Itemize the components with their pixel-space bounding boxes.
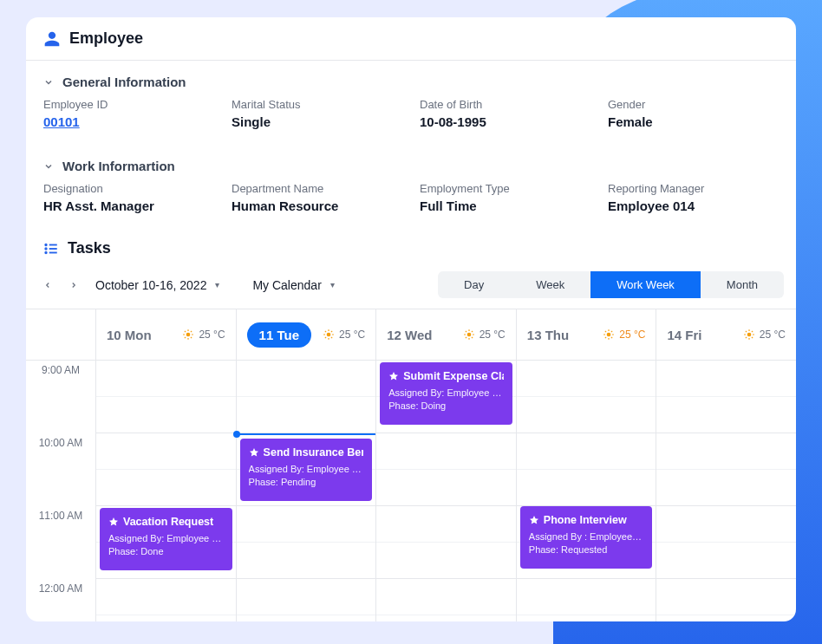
event-title-text: Vacation Request	[123, 515, 213, 530]
time-slot[interactable]	[96, 433, 236, 470]
time-slot[interactable]	[517, 397, 656, 433]
employee-card: Employee General Information Employee ID…	[26, 17, 796, 621]
time-slot[interactable]	[376, 615, 516, 621]
view-tab-month[interactable]: Month	[701, 271, 784, 298]
time-slot[interactable]	[376, 506, 516, 543]
time-column: 9:00 AM10:00 AM11:00 AM12:00 AM	[26, 360, 95, 621]
time-slot[interactable]	[517, 433, 656, 470]
time-slot[interactable]	[96, 615, 236, 621]
day-header-2[interactable]: 12 Wed25 °C	[375, 309, 516, 360]
calendar-toolbar: October 10-16, 2022 ▾ My Calendar ▾ DayW…	[26, 264, 796, 309]
time-slot[interactable]	[376, 470, 516, 506]
chevron-down-icon	[43, 161, 54, 172]
sun-icon	[463, 329, 475, 341]
field-value[interactable]: 00101	[43, 114, 214, 129]
time-slot[interactable]	[237, 506, 376, 543]
time-slot[interactable]	[237, 615, 376, 621]
field-g0: Employee ID00101	[43, 98, 214, 129]
view-tab-day[interactable]: Day	[438, 271, 510, 298]
field-value: Female	[608, 114, 779, 129]
time-slot[interactable]	[96, 579, 236, 615]
field-label: Gender	[608, 98, 779, 111]
time-slot[interactable]	[376, 433, 516, 470]
svg-marker-51	[109, 517, 118, 526]
svg-line-32	[472, 331, 473, 332]
field-label: Marital Status	[232, 98, 402, 111]
tasks-title: Tasks	[68, 239, 111, 257]
svg-marker-54	[530, 516, 538, 524]
event-2[interactable]: Submit Expense ClaimAssigned By: Employe…	[380, 362, 512, 425]
time-slot[interactable]	[656, 397, 796, 433]
calendar-corner	[26, 309, 95, 360]
event-1[interactable]: Send Insurance BenefitsAssigned By: Empl…	[240, 439, 373, 501]
time-slot[interactable]	[517, 579, 656, 615]
day-header-3[interactable]: 13 Thu25 °C	[516, 309, 656, 360]
card-header: Employee	[26, 17, 796, 60]
time-slot[interactable]	[237, 543, 376, 579]
day-temp: 25 °C	[182, 329, 225, 341]
event-assigned: Assigned By: Employee 051	[108, 532, 224, 545]
event-title-text: Submit Expense Claim	[403, 369, 504, 384]
day-header-0[interactable]: 10 Mon25 °C	[95, 309, 236, 360]
day-temp: 25 °C	[323, 329, 365, 341]
star-icon	[388, 371, 399, 381]
event-assigned: Assigned By: Employee 014	[388, 387, 504, 400]
time-slot[interactable]	[656, 361, 796, 397]
event-0[interactable]: Vacation RequestAssigned By: Employee 05…	[100, 508, 232, 570]
time-slot[interactable]	[517, 361, 656, 397]
time-slot[interactable]	[656, 506, 796, 543]
section-general-header[interactable]: General Information	[26, 61, 796, 98]
event-phase: Phase: Doing	[388, 400, 504, 413]
time-slot[interactable]	[656, 615, 796, 621]
time-slot[interactable]	[656, 543, 796, 579]
svg-point-33	[607, 333, 611, 337]
time-slot[interactable]	[96, 470, 236, 506]
svg-line-41	[611, 331, 612, 332]
day-column-4[interactable]	[656, 360, 796, 621]
time-slot[interactable]	[656, 470, 796, 506]
list-icon	[43, 241, 59, 257]
day-column-2[interactable]: Submit Expense ClaimAssigned By: Employe…	[375, 360, 516, 621]
time-slot[interactable]	[656, 579, 796, 615]
time-slot[interactable]	[237, 579, 376, 615]
time-slot[interactable]	[376, 579, 516, 615]
time-slot[interactable]	[656, 433, 796, 470]
event-3[interactable]: Phone InterviewAssigned By : Employee 01…	[520, 506, 653, 569]
day-header-4[interactable]: 14 Fri25 °C	[656, 309, 796, 360]
time-slot[interactable]	[237, 361, 376, 397]
svg-point-4	[45, 248, 47, 250]
day-column-1[interactable]: Send Insurance BenefitsAssigned By: Empl…	[236, 360, 376, 621]
calendar-dropdown[interactable]: My Calendar ▾	[252, 278, 334, 292]
prev-button[interactable]	[38, 276, 57, 295]
field-value: Single	[232, 114, 402, 129]
chevron-down-icon	[43, 77, 54, 88]
date-range-dropdown[interactable]: October 10-16, 2022 ▾	[95, 278, 219, 292]
svg-line-12	[191, 337, 192, 338]
section-work-header[interactable]: Work Informartion	[26, 145, 796, 182]
time-slot[interactable]	[517, 470, 656, 506]
time-slot[interactable]	[517, 615, 656, 621]
section-work-title: Work Informartion	[62, 159, 175, 173]
calendar-label: My Calendar	[252, 278, 321, 292]
view-tab-work-week[interactable]: Work Week	[590, 271, 701, 298]
svg-point-5	[45, 251, 47, 253]
day-column-3[interactable]: Phone InterviewAssigned By : Employee 01…	[516, 360, 656, 621]
caret-down-icon: ▾	[330, 280, 335, 289]
day-header-1[interactable]: 11 Tue25 °C	[236, 309, 376, 360]
time-slot[interactable]	[96, 361, 236, 397]
time-slot[interactable]	[376, 543, 516, 579]
next-button[interactable]	[64, 276, 83, 295]
time-slot[interactable]	[237, 397, 376, 433]
day-column-0[interactable]: Vacation RequestAssigned By: Employee 05…	[95, 360, 236, 621]
svg-line-47	[746, 331, 747, 332]
field-label: Reporting Manager	[608, 182, 779, 195]
svg-point-6	[186, 333, 191, 337]
field-label: Designation	[43, 182, 214, 195]
svg-line-21	[331, 337, 332, 338]
card-title: Employee	[69, 29, 143, 48]
event-phase: Phase: Done	[108, 545, 224, 558]
field-value: 10-08-1995	[420, 114, 590, 129]
svg-line-30	[472, 337, 473, 338]
view-tab-week[interactable]: Week	[510, 271, 590, 298]
time-slot[interactable]	[96, 397, 236, 433]
